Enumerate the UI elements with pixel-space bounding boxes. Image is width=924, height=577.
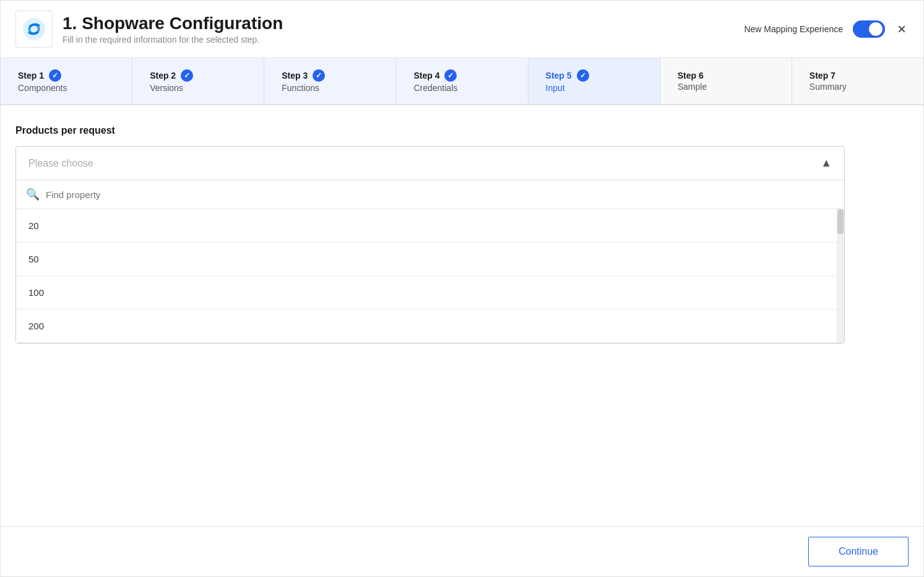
main-content: Products per request Please choose ▲ 🔍 2… bbox=[1, 105, 923, 526]
step-2-content: Step 2 Versions bbox=[150, 69, 193, 93]
logo-box bbox=[15, 11, 53, 48]
step-1[interactable]: Step 1 Components bbox=[1, 58, 132, 104]
step-6-header: Step 6 bbox=[678, 71, 707, 80]
step-2[interactable]: Step 2 Versions bbox=[132, 58, 264, 104]
step-5-header: Step 5 bbox=[546, 69, 589, 82]
shopware-logo-icon bbox=[22, 17, 46, 41]
step-5[interactable]: Step 5 Input bbox=[529, 58, 660, 104]
step-4-number: Step 4 bbox=[413, 71, 439, 80]
step-7-label: Summary bbox=[810, 82, 847, 92]
new-mapping-label: New Mapping Experience bbox=[744, 24, 843, 34]
chevron-up-icon: ▲ bbox=[821, 157, 832, 170]
header-title-block: 1. Shopware Configuration Fill in the re… bbox=[63, 14, 283, 45]
step-3-number: Step 3 bbox=[282, 71, 308, 80]
step-4[interactable]: Step 4 Credentials bbox=[396, 58, 528, 104]
continue-button[interactable]: Continue bbox=[808, 537, 909, 566]
step-6-label: Sample bbox=[678, 82, 707, 92]
search-row: 🔍 bbox=[16, 180, 844, 209]
step-3-check-icon bbox=[313, 69, 325, 82]
step-2-header: Step 2 bbox=[150, 69, 193, 82]
step-6-number: Step 6 bbox=[678, 71, 704, 80]
step-6[interactable]: Step 6 Sample bbox=[660, 58, 792, 104]
option-20[interactable]: 20 bbox=[16, 209, 844, 243]
step-5-content: Step 5 Input bbox=[546, 69, 589, 93]
step-3-content: Step 3 Functions bbox=[282, 69, 325, 93]
step-3-label: Functions bbox=[282, 83, 325, 93]
steps-bar: Step 1 Components Step 2 Versions Step 3 bbox=[1, 58, 923, 105]
step-4-content: Step 4 Credentials bbox=[413, 69, 457, 93]
header-left: 1. Shopware Configuration Fill in the re… bbox=[15, 11, 283, 48]
step-3[interactable]: Step 3 Functions bbox=[264, 58, 396, 104]
footer: Continue bbox=[1, 526, 923, 576]
step-5-label: Input bbox=[546, 83, 589, 93]
step-5-number: Step 5 bbox=[546, 71, 572, 80]
step-2-check-icon bbox=[181, 69, 193, 82]
step-5-check-icon bbox=[577, 69, 589, 82]
step-7-content: Step 7 Summary bbox=[810, 71, 847, 92]
step-1-check-icon bbox=[49, 69, 61, 82]
svg-point-0 bbox=[23, 18, 45, 40]
products-per-request-dropdown[interactable]: Please choose ▲ 🔍 20 50 100 200 bbox=[15, 146, 845, 344]
step-1-header: Step 1 bbox=[18, 69, 67, 82]
dropdown-header[interactable]: Please choose ▲ bbox=[16, 147, 844, 180]
close-button[interactable]: × bbox=[895, 18, 909, 40]
step-1-label: Components bbox=[18, 83, 67, 93]
dropdown-placeholder-text: Please choose bbox=[28, 158, 93, 169]
step-1-number: Step 1 bbox=[18, 71, 44, 80]
search-icon: 🔍 bbox=[26, 188, 40, 201]
step-2-number: Step 2 bbox=[150, 71, 176, 80]
page-title: 1. Shopware Configuration bbox=[63, 14, 283, 33]
search-input[interactable] bbox=[46, 189, 834, 200]
option-100[interactable]: 100 bbox=[16, 276, 844, 310]
scrollbar-thumb[interactable] bbox=[837, 209, 844, 234]
header-right: New Mapping Experience × bbox=[744, 18, 909, 40]
step-3-header: Step 3 bbox=[282, 69, 325, 82]
dropdown-body: 🔍 20 50 100 200 bbox=[16, 180, 844, 343]
step-7[interactable]: Step 7 Summary bbox=[792, 58, 923, 104]
step-7-header: Step 7 bbox=[810, 71, 847, 80]
new-mapping-toggle[interactable] bbox=[853, 20, 885, 38]
toggle-slider bbox=[853, 20, 885, 38]
option-50[interactable]: 50 bbox=[16, 243, 844, 276]
dropdown-list: 20 50 100 200 bbox=[16, 209, 844, 343]
step-4-check-icon bbox=[444, 69, 457, 82]
step-1-content: Step 1 Components bbox=[18, 69, 67, 93]
step-6-content: Step 6 Sample bbox=[678, 71, 707, 92]
scrollbar-track bbox=[837, 209, 844, 343]
step-4-header: Step 4 bbox=[413, 69, 457, 82]
section-title: Products per request bbox=[15, 125, 909, 136]
app-header: 1. Shopware Configuration Fill in the re… bbox=[1, 1, 923, 58]
option-200[interactable]: 200 bbox=[16, 310, 844, 343]
step-2-label: Versions bbox=[150, 83, 193, 93]
page-subtitle: Fill in the required information for the… bbox=[63, 35, 283, 45]
step-7-number: Step 7 bbox=[810, 71, 835, 80]
step-4-label: Credentials bbox=[413, 83, 457, 93]
